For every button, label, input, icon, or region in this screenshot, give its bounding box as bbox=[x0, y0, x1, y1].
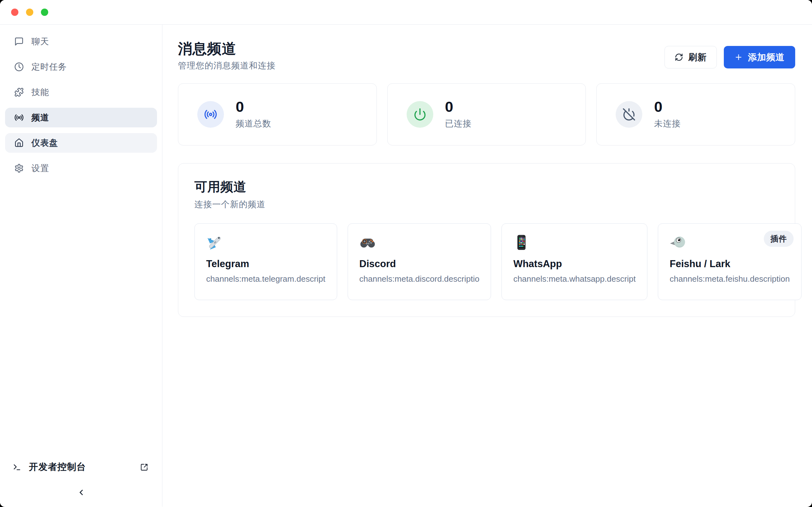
sidebar-item-label: 频道 bbox=[32, 112, 49, 123]
channel-name: Telegram bbox=[206, 258, 325, 270]
available-channels-panel: 可用频道 连接一个新的频道 bbox=[178, 163, 795, 317]
sidebar-item-channels[interactable]: 频道 bbox=[5, 108, 157, 127]
sidebar-item-scheduled-tasks[interactable]: 定时任务 bbox=[5, 57, 157, 77]
stat-value: 0 bbox=[236, 99, 271, 114]
clock-icon bbox=[14, 62, 24, 72]
stat-label: 频道总数 bbox=[236, 118, 271, 129]
minimize-window-button[interactable] bbox=[26, 9, 33, 16]
sidebar: 聊天 定时任务 技能 bbox=[0, 25, 162, 507]
game-controller-emoji bbox=[359, 234, 376, 250]
external-link-icon bbox=[140, 463, 148, 471]
channel-name: WhatsApp bbox=[513, 258, 636, 270]
sidebar-footer: 开发者控制台 bbox=[0, 457, 162, 507]
stat-card-disconnected: 0 未连接 bbox=[596, 83, 795, 146]
sidebar-collapse-button[interactable] bbox=[75, 486, 88, 500]
zoom-window-button[interactable] bbox=[41, 9, 48, 16]
refresh-button[interactable]: 刷新 bbox=[664, 46, 717, 68]
gear-icon bbox=[14, 164, 24, 173]
sidebar-nav: 聊天 定时任务 技能 bbox=[5, 32, 157, 178]
stat-label: 已连接 bbox=[445, 118, 472, 129]
page-subtitle: 管理您的消息频道和连接 bbox=[178, 60, 275, 71]
sidebar-item-label: 仪表盘 bbox=[32, 137, 58, 149]
app-window: 聊天 定时任务 技能 bbox=[0, 0, 812, 507]
sidebar-item-label: 聊天 bbox=[32, 36, 49, 47]
channel-card-telegram[interactable]: Telegram channels:meta.telegram.descript bbox=[194, 223, 337, 300]
stat-label: 未连接 bbox=[654, 118, 681, 129]
panel-subtitle: 连接一个新的频道 bbox=[194, 199, 779, 210]
terminal-icon bbox=[13, 463, 21, 471]
stat-card-connected: 0 已连接 bbox=[387, 83, 586, 146]
sidebar-item-label: 设置 bbox=[32, 163, 49, 174]
plus-icon bbox=[734, 53, 743, 61]
channel-card-feishu[interactable]: 插件 Feishu / Lark c bbox=[658, 223, 802, 300]
channel-card-discord[interactable]: Discord channels:meta.discord.descriptio bbox=[348, 223, 491, 300]
chat-bubble-icon bbox=[14, 37, 24, 46]
sidebar-item-label: 定时任务 bbox=[32, 61, 67, 72]
sidebar-item-chat[interactable]: 聊天 bbox=[5, 32, 157, 51]
puzzle-icon bbox=[14, 88, 24, 97]
dev-console-label: 开发者控制台 bbox=[29, 461, 140, 473]
power-off-icon bbox=[616, 101, 642, 128]
stat-value: 0 bbox=[654, 99, 681, 114]
panel-title: 可用频道 bbox=[194, 178, 779, 195]
add-channel-button[interactable]: 添加频道 bbox=[724, 46, 795, 68]
power-icon bbox=[407, 101, 433, 128]
channel-description: channels:meta.telegram.descript bbox=[206, 274, 325, 284]
channel-description: channels:meta.feishu.description bbox=[670, 274, 790, 284]
chevron-left-icon bbox=[77, 488, 86, 497]
channel-name: Feishu / Lark bbox=[670, 258, 790, 270]
dev-console-link[interactable]: 开发者控制台 bbox=[0, 457, 162, 477]
traffic-lights bbox=[11, 9, 48, 16]
stat-card-total-channels: 0 频道总数 bbox=[178, 83, 377, 146]
mobile-phone-emoji bbox=[513, 234, 530, 250]
bird-emoji bbox=[670, 234, 686, 250]
titlebar bbox=[0, 0, 812, 25]
refresh-icon bbox=[675, 53, 683, 61]
main-content: 消息频道 管理您的消息频道和连接 刷新 添加频道 bbox=[162, 25, 812, 507]
channel-name: Discord bbox=[359, 258, 479, 270]
sidebar-item-skills[interactable]: 技能 bbox=[5, 82, 157, 102]
broadcast-icon bbox=[14, 113, 24, 122]
sidebar-item-dashboard[interactable]: 仪表盘 bbox=[5, 133, 157, 153]
broadcast-icon bbox=[197, 101, 224, 128]
home-icon bbox=[14, 138, 24, 148]
page-title: 消息频道 bbox=[178, 41, 275, 57]
channel-card-whatsapp[interactable]: WhatsApp channels:meta.whatsapp.descript bbox=[502, 223, 647, 300]
sidebar-item-settings[interactable]: 设置 bbox=[5, 158, 157, 178]
channel-grid: Telegram channels:meta.telegram.descript bbox=[194, 223, 779, 300]
sidebar-item-label: 技能 bbox=[32, 87, 49, 98]
close-window-button[interactable] bbox=[11, 9, 18, 16]
stat-value: 0 bbox=[445, 99, 472, 114]
stats-row: 0 频道总数 0 已连接 bbox=[178, 83, 795, 146]
page-header: 消息频道 管理您的消息频道和连接 刷新 添加频道 bbox=[178, 41, 795, 71]
channel-description: channels:meta.discord.descriptio bbox=[359, 274, 479, 284]
plugin-badge: 插件 bbox=[764, 231, 794, 247]
airplane-emoji bbox=[206, 234, 223, 250]
channel-description: channels:meta.whatsapp.descript bbox=[513, 274, 636, 284]
